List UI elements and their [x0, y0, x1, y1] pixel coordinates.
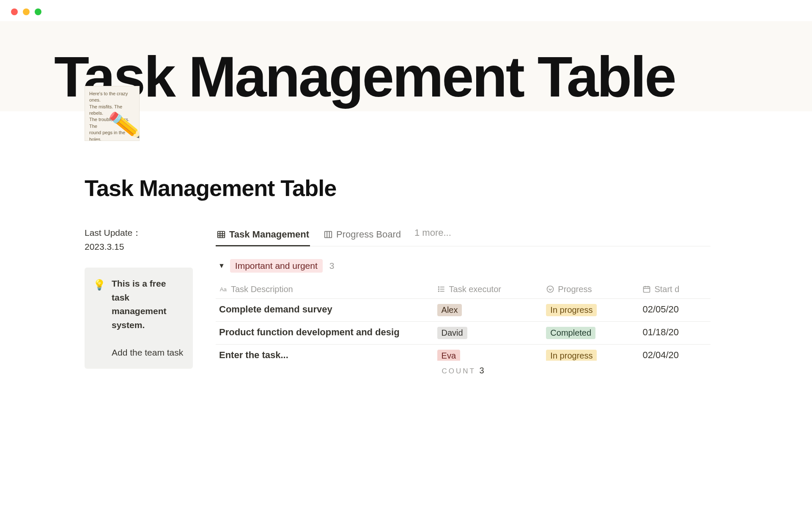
svg-rect-5 — [325, 231, 332, 237]
column-task-executor[interactable]: Task executor — [434, 284, 543, 294]
callout-strong: This is a free task management system. — [112, 279, 167, 330]
svg-point-11 — [438, 289, 439, 290]
hero-title: Task Management Table — [54, 47, 812, 107]
hero-banner: Task Management Table Here's to the craz… — [0, 21, 812, 111]
progress-tag: In progress — [546, 350, 597, 361]
cell-task-executor[interactable]: Eva — [434, 350, 543, 361]
tab-label: Task Management — [229, 229, 309, 240]
svg-point-15 — [547, 286, 554, 293]
svg-text:Aa: Aa — [220, 286, 227, 293]
table-icon — [217, 230, 226, 239]
maximize-window-icon[interactable] — [35, 8, 41, 15]
cell-task-executor[interactable]: Alex — [434, 304, 543, 316]
text-icon: Aa — [219, 285, 228, 293]
info-callout[interactable]: 💡 This is a free task management system.… — [85, 268, 193, 369]
svg-point-9 — [438, 287, 439, 287]
close-window-icon[interactable] — [11, 8, 18, 15]
column-label: Start d — [654, 284, 679, 294]
tab-task-management[interactable]: Task Management — [216, 226, 310, 246]
group-header: ▼ Important and urgent 3 — [216, 259, 710, 273]
table-body: Complete demand surveyAlexIn progress02/… — [216, 299, 710, 361]
table-footer-count: COUNT 3 — [216, 366, 710, 375]
calendar-icon — [642, 285, 651, 293]
column-progress[interactable]: Progress — [543, 284, 639, 294]
callout-rest: Add the team task — [112, 348, 183, 357]
cell-start-date[interactable]: 02/04/20 — [639, 350, 710, 361]
list-icon — [437, 285, 446, 293]
page-content: Task Management Table Last Update： 2023.… — [0, 111, 710, 375]
board-icon — [324, 230, 333, 239]
cell-task-description[interactable]: Complete demand survey — [216, 304, 434, 316]
view-tabs: Task Management Progress Board 1 more... — [216, 226, 710, 246]
cell-start-date[interactable]: 01/18/20 — [639, 327, 710, 339]
cell-task-description[interactable]: Enter the task... — [216, 350, 434, 361]
right-column: Task Management Progress Board 1 more... — [216, 226, 710, 375]
executor-tag: David — [437, 327, 467, 339]
table-row[interactable]: Complete demand surveyAlexIn progress02/… — [216, 299, 710, 322]
cell-task-executor[interactable]: David — [434, 327, 543, 339]
cell-progress[interactable]: In progress — [543, 304, 639, 316]
svg-point-13 — [438, 291, 439, 292]
lightbulb-icon: 💡 — [93, 277, 106, 359]
count-value: 3 — [479, 366, 484, 375]
last-update-label: Last Update： — [85, 228, 141, 237]
table-header-row: Aa Task Description Task executor — [216, 280, 710, 299]
tab-label: Progress Board — [336, 229, 401, 240]
count-label: COUNT — [442, 367, 476, 375]
svg-rect-16 — [644, 287, 650, 292]
cell-progress[interactable]: In progress — [543, 350, 639, 361]
cell-progress[interactable]: Completed — [543, 327, 639, 339]
progress-tag: In progress — [546, 304, 597, 316]
pencil-icon: ✏️ — [107, 105, 140, 141]
page-icon[interactable]: Here's to the crazy ones. The misfits. T… — [85, 86, 140, 141]
group-count: 3 — [329, 261, 335, 271]
cell-task-description[interactable]: Product function development and desig — [216, 327, 434, 339]
table-row[interactable]: Enter the task...EvaIn progress02/04/20 — [216, 345, 710, 361]
window-controls — [0, 0, 812, 21]
tab-progress-board[interactable]: Progress Board — [323, 226, 402, 246]
group-tag[interactable]: Important and urgent — [230, 259, 323, 273]
executor-tag: Eva — [437, 350, 460, 361]
table-row[interactable]: Product function development and desigDa… — [216, 322, 710, 345]
column-label: Task Description — [231, 284, 293, 294]
executor-tag: Alex — [437, 304, 462, 316]
column-label: Task executor — [449, 284, 501, 294]
more-views[interactable]: 1 more... — [414, 227, 451, 244]
progress-tag: Completed — [546, 327, 595, 339]
last-update[interactable]: Last Update： 2023.3.15 — [85, 226, 193, 254]
page-title[interactable]: Task Management Table — [85, 175, 710, 201]
select-icon — [546, 285, 554, 293]
group-toggle-icon[interactable]: ▼ — [218, 262, 225, 270]
cell-start-date[interactable]: 02/05/20 — [639, 304, 710, 316]
column-start-date[interactable]: Start d — [639, 284, 710, 294]
left-column: Last Update： 2023.3.15 💡 This is a free … — [85, 226, 193, 369]
svg-rect-0 — [218, 231, 225, 237]
minimize-window-icon[interactable] — [23, 8, 30, 15]
column-label: Progress — [558, 284, 592, 294]
callout-body: This is a free task management system. A… — [112, 277, 184, 359]
last-update-value: 2023.3.15 — [85, 242, 124, 251]
column-task-description[interactable]: Aa Task Description — [216, 284, 434, 294]
